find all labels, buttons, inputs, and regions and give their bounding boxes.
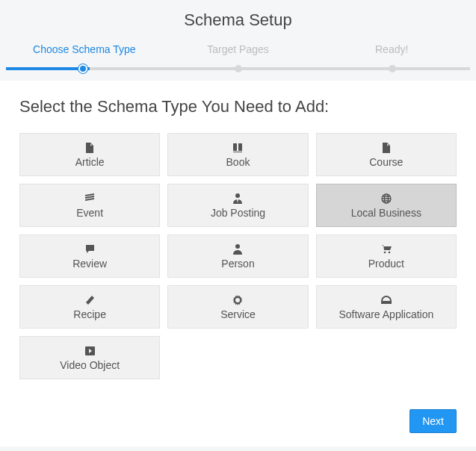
schema-option-product[interactable]: Product xyxy=(316,234,457,278)
schema-option-label: Book xyxy=(226,156,250,168)
step-progress xyxy=(6,67,90,70)
schema-option-label: Event xyxy=(76,207,103,219)
wizard-footer: Next xyxy=(409,409,457,433)
schema-option-label: Video Object xyxy=(60,359,120,371)
schema-option-review[interactable]: Review xyxy=(19,234,160,278)
carrot-icon xyxy=(85,294,95,306)
step-dot-2 xyxy=(235,65,242,72)
svg-point-5 xyxy=(389,252,391,254)
svg-point-4 xyxy=(384,252,386,254)
calendar-icon xyxy=(84,193,95,205)
step-dot-3 xyxy=(389,65,396,72)
comment-icon xyxy=(85,243,95,255)
svg-point-0 xyxy=(235,193,240,198)
schema-option-label: Service xyxy=(220,308,256,320)
schema-option-event[interactable]: Event xyxy=(19,184,160,227)
schema-option-book[interactable]: Book xyxy=(167,133,308,176)
schema-option-video-object[interactable]: Video Object xyxy=(19,336,160,379)
step-dot-1 xyxy=(80,66,86,72)
schema-option-software-application[interactable]: Software Application xyxy=(316,285,457,329)
schema-option-label: Recipe xyxy=(73,308,106,320)
schema-option-job-posting[interactable]: Job Posting xyxy=(167,184,308,227)
globe-icon xyxy=(381,193,392,205)
schema-option-label: Review xyxy=(72,258,107,270)
play-icon xyxy=(85,345,95,357)
step-track xyxy=(6,67,470,70)
stepper: Choose Schema Type Target Pages Ready! xyxy=(0,43,476,76)
cart-icon xyxy=(381,243,392,255)
file-icon xyxy=(85,142,94,154)
step-choose-schema[interactable]: Choose Schema Type xyxy=(7,43,161,66)
next-button[interactable]: Next xyxy=(409,409,457,433)
step-ready: Ready! xyxy=(315,43,469,66)
schema-option-article[interactable]: Article xyxy=(19,133,160,176)
gauge-icon xyxy=(381,294,392,306)
schema-option-local-business[interactable]: Local Business xyxy=(316,184,457,227)
schema-option-person[interactable]: Person xyxy=(167,234,308,278)
step-target-pages: Target Pages xyxy=(161,43,315,66)
wizard-title: Schema Setup xyxy=(0,0,476,43)
schema-option-label: Person xyxy=(221,258,254,270)
user-icon xyxy=(233,243,242,255)
book-icon xyxy=(232,142,243,154)
schema-setup-wizard: Schema Setup Choose Schema Type Target P… xyxy=(0,0,476,447)
gear-icon xyxy=(232,294,243,306)
schema-option-label: Product xyxy=(368,258,404,270)
schema-option-label: Article xyxy=(75,156,105,168)
schema-option-label: Software Application xyxy=(339,308,433,320)
user-tie-icon xyxy=(233,193,242,205)
schema-option-label: Local Business xyxy=(351,207,421,219)
file-icon xyxy=(382,142,391,154)
schema-option-course[interactable]: Course xyxy=(316,133,457,176)
schema-option-label: Course xyxy=(369,156,403,168)
schema-option-label: Job Posting xyxy=(211,207,265,219)
schema-option-recipe[interactable]: Recipe xyxy=(19,285,160,329)
svg-point-3 xyxy=(235,244,240,249)
panel-heading: Select the Schema Type You Need to Add: xyxy=(19,97,457,116)
schema-grid: Article Book Course Event xyxy=(19,133,457,379)
schema-panel: Select the Schema Type You Need to Add: … xyxy=(0,81,476,447)
schema-option-service[interactable]: Service xyxy=(167,285,308,329)
